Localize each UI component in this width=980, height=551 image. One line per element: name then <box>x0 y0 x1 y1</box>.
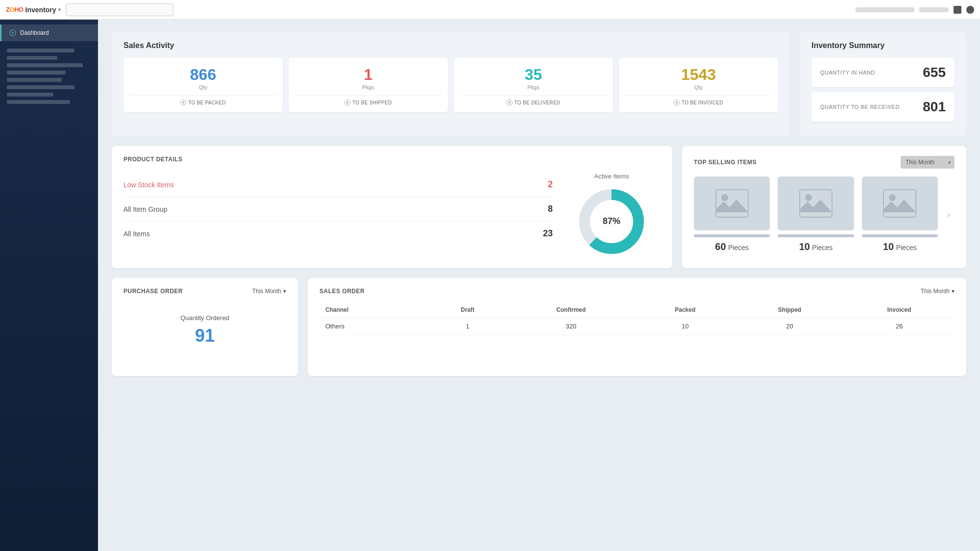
title-dropdown-arrow[interactable]: ▾ <box>58 7 61 12</box>
search-input[interactable] <box>66 3 173 16</box>
po-filter-arrow: ▾ <box>283 288 286 295</box>
main-content: Sales Activity 866 Qty TO BE PACKED 1 Pk… <box>98 20 980 551</box>
item-bar-1 <box>694 234 770 237</box>
po-header: PURCHASE ORDER This Month ▾ <box>123 288 286 295</box>
svg-rect-9 <box>883 190 916 217</box>
low-stock-value: 2 <box>548 179 553 190</box>
app-title: Inventory <box>25 6 56 14</box>
item-bar-3 <box>862 234 938 237</box>
invoiced-number: 1543 <box>626 67 771 82</box>
delivered-icon <box>507 100 513 105</box>
sales-activity-panel: Sales Activity 866 Qty TO BE PACKED 1 Pk… <box>112 31 790 136</box>
donut-container: Active Items 87% <box>563 173 661 258</box>
qty-to-receive-value: 801 <box>923 99 946 115</box>
user-placeholder <box>856 7 914 12</box>
sidebar-nav-bar[interactable] <box>7 71 66 75</box>
top-selling-filter-wrapper[interactable]: This Month <box>901 156 955 169</box>
main-layout: Dashboard Sales Activity 866 Qty <box>0 20 980 551</box>
low-stock-label[interactable]: Low Stock Items <box>123 181 174 189</box>
sidebar-nav-bar[interactable] <box>7 78 62 82</box>
svg-point-10 <box>889 194 896 201</box>
top-selling-title: TOP SELLING ITEMS <box>694 159 757 166</box>
product-details-panel: PRODUCT DETAILS Low Stock Items 2 All It… <box>112 146 672 268</box>
purchase-order-panel: PURCHASE ORDER This Month ▾ Quantity Ord… <box>112 278 298 376</box>
product-details-inner: Low Stock Items 2 All Item Group 8 All I… <box>123 173 661 258</box>
qty-in-hand-card: QUANTITY IN HAND 655 <box>811 58 955 87</box>
delivered-label: TO BE DELIVERED <box>461 95 606 105</box>
qty-to-receive-label: QUANTITY TO BE RECEIVED <box>820 104 900 110</box>
table-header-row: Channel Draft Confirmed Packed Shipped I… <box>319 302 955 318</box>
image-placeholder-icon <box>715 189 749 218</box>
sidebar-nav-bar[interactable] <box>7 100 70 104</box>
po-content: Quantity Ordered 91 <box>123 304 286 356</box>
top-item-3: 10 Pieces <box>862 176 938 252</box>
so-header: SALES ORDER This Month ▾ <box>319 288 955 295</box>
activity-card-delivered[interactable]: 35 Pkgs TO BE DELIVERED <box>454 58 613 112</box>
shipped-label: TO BE SHIPPED <box>295 95 441 105</box>
activity-card-shipped[interactable]: 1 Pkgs TO BE SHIPPED <box>289 58 448 112</box>
shipped-unit: Pkgs <box>295 84 441 90</box>
delivered-number: 35 <box>461 67 606 82</box>
bottom-panels: PURCHASE ORDER This Month ▾ Quantity Ord… <box>112 278 966 376</box>
packed-label: TO BE PACKED <box>130 95 276 105</box>
topbar: ZOHO Inventory ▾ <box>0 0 980 20</box>
top-selling-filter[interactable]: This Month <box>901 156 955 169</box>
zoho-logo: ZOHO <box>6 6 24 13</box>
svg-rect-7 <box>800 190 832 217</box>
item-bar-2 <box>778 234 854 237</box>
activity-card-invoiced[interactable]: 1543 Qty TO BE INVOICED <box>619 58 778 112</box>
row-shipped: 20 <box>735 318 844 335</box>
top-item-2: 10 Pieces <box>778 176 854 252</box>
next-arrow[interactable]: › <box>943 209 955 221</box>
col-confirmed: Confirmed <box>507 302 635 318</box>
activity-card-packed[interactable]: 866 Qty TO BE PACKED <box>123 58 283 112</box>
sales-order-table: Channel Draft Confirmed Packed Shipped I… <box>319 302 955 335</box>
middle-row: PRODUCT DETAILS Low Stock Items 2 All It… <box>112 146 966 268</box>
so-filter[interactable]: This Month ▾ <box>921 288 955 295</box>
invoiced-icon <box>674 100 680 105</box>
row-channel: Others <box>319 318 428 335</box>
po-filter[interactable]: This Month ▾ <box>252 288 286 295</box>
top-selling-header: TOP SELLING ITEMS This Month <box>694 156 955 169</box>
sales-activity-title: Sales Activity <box>123 41 778 50</box>
item-image-2 <box>778 176 854 230</box>
grid-icon[interactable] <box>954 6 961 14</box>
top-item-1: 60 Pieces <box>694 176 770 252</box>
table-row: Others 1 320 10 20 26 <box>319 318 955 335</box>
shipped-icon <box>344 100 350 105</box>
product-details-title: PRODUCT DETAILS <box>123 156 661 163</box>
donut-label: Active Items <box>594 173 629 180</box>
col-shipped: Shipped <box>735 302 844 318</box>
sidebar-item-dashboard[interactable]: Dashboard <box>0 25 98 41</box>
item-qty-2: 10 Pieces <box>778 241 854 252</box>
all-items-value: 23 <box>543 228 553 239</box>
qty-in-hand-value: 655 <box>923 65 946 80</box>
product-stats: Low Stock Items 2 All Item Group 8 All I… <box>123 173 553 258</box>
sidebar-nav-bar[interactable] <box>7 49 74 52</box>
sidebar-nav-bar[interactable] <box>7 56 57 60</box>
top-items-grid: 60 Pieces <box>694 176 938 252</box>
sidebar-nav-bar[interactable] <box>7 63 83 67</box>
row-packed: 10 <box>635 318 735 335</box>
invoiced-unit: Qty <box>626 84 771 90</box>
col-invoiced: Invoiced <box>844 302 955 318</box>
qty-in-hand-label: QUANTITY IN HAND <box>820 70 875 75</box>
sidebar-nav-bar[interactable] <box>7 85 74 89</box>
so-filter-arrow: ▾ <box>952 288 955 295</box>
qty-to-receive-card: QUANTITY TO BE RECEIVED 801 <box>811 92 955 122</box>
item-qty-1: 60 Pieces <box>694 241 770 252</box>
user-avatar[interactable] <box>966 6 974 14</box>
row-draft: 1 <box>428 318 507 335</box>
low-stock-row[interactable]: Low Stock Items 2 <box>123 173 553 197</box>
row-confirmed: 320 <box>507 318 635 335</box>
image-placeholder-icon-2 <box>799 189 833 218</box>
inventory-summary-panel: Inventory Summary QUANTITY IN HAND 655 Q… <box>800 31 966 136</box>
sidebar: Dashboard <box>0 20 98 551</box>
menu-placeholder <box>919 7 949 12</box>
top-row: Sales Activity 866 Qty TO BE PACKED 1 Pk… <box>112 31 966 136</box>
svg-point-6 <box>721 194 728 201</box>
svg-rect-5 <box>716 190 748 217</box>
sidebar-nav-bar[interactable] <box>7 93 53 97</box>
top-items-row: 60 Pieces <box>694 176 955 252</box>
po-qty-value: 91 <box>123 326 286 346</box>
